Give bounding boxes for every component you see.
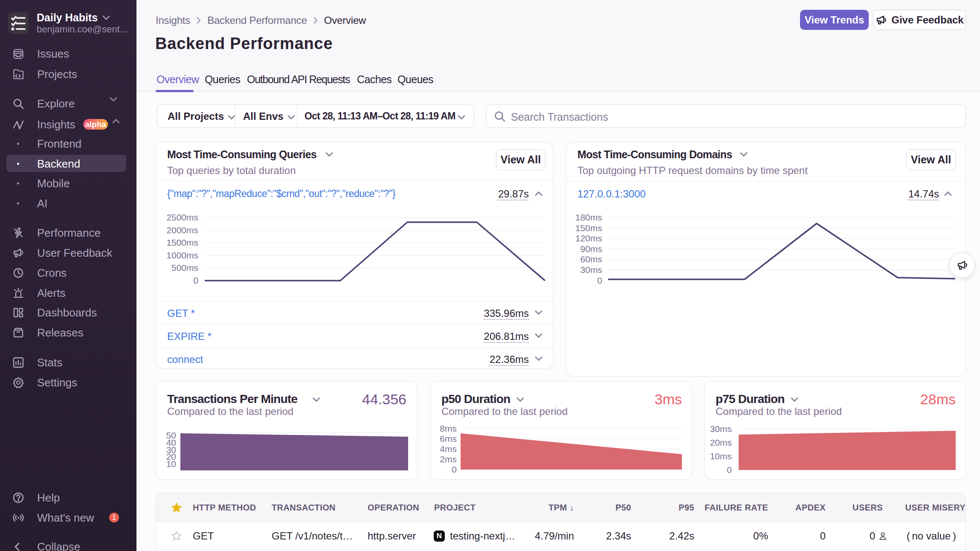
svg-text:10: 10: [166, 459, 176, 469]
svg-text:500ms: 500ms: [171, 263, 198, 273]
svg-text:1500ms: 1500ms: [167, 238, 198, 247]
svg-text:0: 0: [727, 465, 732, 475]
svg-text:4ms: 4ms: [440, 444, 457, 454]
svg-text:30ms: 30ms: [710, 424, 732, 434]
svg-text:6ms: 6ms: [440, 434, 457, 444]
svg-text:0: 0: [452, 464, 457, 474]
svg-text:90ms: 90ms: [580, 244, 602, 254]
svg-text:2500ms: 2500ms: [167, 212, 198, 222]
svg-text:180ms: 180ms: [575, 212, 602, 222]
svg-text:8ms: 8ms: [440, 423, 457, 433]
svg-text:1000ms: 1000ms: [167, 250, 198, 260]
svg-text:2ms: 2ms: [440, 454, 457, 464]
svg-text:150ms: 150ms: [575, 223, 602, 233]
svg-text:2000ms: 2000ms: [167, 225, 198, 235]
svg-text:120ms: 120ms: [575, 233, 602, 243]
svg-text:0: 0: [193, 276, 198, 285]
svg-text:60ms: 60ms: [580, 254, 602, 264]
svg-text:0: 0: [597, 276, 602, 285]
svg-text:20ms: 20ms: [710, 438, 732, 447]
svg-text:30ms: 30ms: [580, 265, 602, 275]
svg-text:10ms: 10ms: [710, 451, 732, 461]
